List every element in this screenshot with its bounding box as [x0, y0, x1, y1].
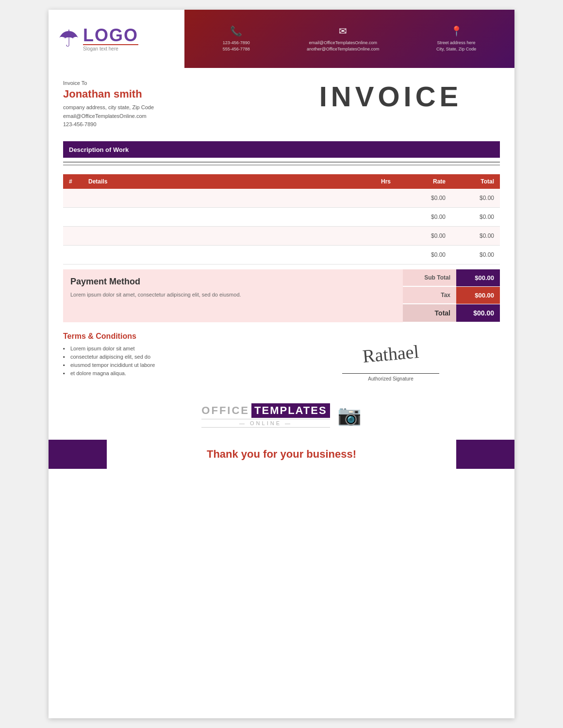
umbrella-icon: ☂	[58, 27, 79, 50]
payment-section: Payment Method Lorem ipsum dolor sit ame…	[63, 269, 403, 322]
phone-text: 123-456-7890 555-456-7788	[223, 40, 250, 53]
signature-section: Rathael Authorized Signature	[282, 332, 500, 381]
cell-total: $0.00	[451, 226, 500, 245]
cell-rate: $0.00	[403, 189, 451, 208]
terms-list: Lorem ipsum dolor sit ametconsectetur ad…	[63, 346, 282, 376]
col-hrs: Hrs	[369, 174, 403, 189]
invoice-to-section: Invoice To Jonathan smith company addres…	[49, 68, 514, 136]
signature-label: Authorized Signature	[368, 376, 413, 381]
brand-office: OFFICE	[201, 404, 249, 417]
terms-list-item: eiusmod tempor incididunt ut labore	[63, 362, 282, 368]
cell-hrs	[369, 245, 403, 264]
cell-total: $0.00	[451, 189, 500, 208]
footer: Thank you for your business!	[49, 440, 514, 469]
description-line1	[63, 162, 500, 163]
logo-text: LOGO Slogan text here	[83, 27, 138, 51]
invoice-to-label: Invoice To	[63, 80, 282, 86]
invoice-table: # Details Hrs Rate Total $0.00 $0.00 $0.…	[63, 174, 500, 265]
address-text: Street address here City, State, Zip Cod…	[436, 40, 476, 53]
address-line2: email@OfficeTemplatesOnline.com	[63, 112, 282, 121]
phone-icon: 📞	[230, 25, 242, 37]
logo-area: ☂ LOGO Slogan text here	[58, 27, 175, 51]
cell-details	[83, 226, 369, 245]
description-header: Description of Work	[63, 141, 500, 158]
cell-rate: $0.00	[403, 226, 451, 245]
cell-num	[63, 245, 83, 264]
footer-left-bar	[49, 440, 107, 469]
logo-slogan: Slogan text here	[83, 46, 138, 51]
logo-title: LOGO	[83, 27, 138, 45]
description-header-text: Description of Work	[69, 146, 129, 153]
table-header-row: # Details Hrs Rate Total	[63, 174, 500, 189]
contact-email: ✉ email@OfficeTemplatesOnline.com anothe…	[307, 25, 380, 53]
invoice-page: ☂ LOGO Slogan text here 📞 123-456-7890 5…	[49, 10, 514, 718]
contact-phone: 📞 123-456-7890 555-456-7788	[223, 25, 250, 53]
table-row: $0.00 $0.00	[63, 189, 500, 208]
tax-row: Tax $00.00	[403, 287, 500, 304]
terms-section: Terms & Conditions Lorem ipsum dolor sit…	[49, 322, 514, 391]
cell-details	[83, 245, 369, 264]
email-text: email@OfficeTemplatesOnline.com another@…	[307, 40, 380, 53]
footer-center: Thank you for your business!	[107, 448, 456, 461]
table-row: $0.00 $0.00	[63, 226, 500, 245]
terms-list-item: Lorem ipsum dolor sit amet	[63, 346, 282, 351]
cell-hrs	[369, 189, 403, 208]
brand-templates: TEMPLATES	[251, 403, 330, 418]
payment-title: Payment Method	[70, 277, 396, 287]
col-details: Details	[83, 174, 369, 189]
col-total: Total	[451, 174, 500, 189]
address-line1: company address, city state, Zip Code	[63, 103, 282, 112]
cell-hrs	[369, 226, 403, 245]
terms-list-item: consectetur adipiscing elit, sed do	[63, 354, 282, 360]
tax-value: $00.00	[456, 287, 500, 304]
tax-label: Tax	[403, 287, 456, 303]
cell-total: $0.00	[451, 207, 500, 226]
total-value: $00.00	[456, 304, 500, 322]
col-num: #	[63, 174, 83, 189]
invoice-title: INVOICE	[319, 80, 463, 113]
cell-details	[83, 189, 369, 208]
brand-text: OFFICE TEMPLATES — ONLINE —	[201, 403, 330, 428]
email-icon: ✉	[339, 25, 347, 37]
invoice-title-area: INVOICE	[282, 80, 500, 113]
bottom-section: Payment Method Lorem ipsum dolor sit ame…	[63, 269, 500, 322]
total-row: Total $00.00	[403, 304, 500, 322]
col-rate: Rate	[403, 174, 451, 189]
description-line2	[63, 165, 500, 165]
totals-section: Sub Total $00.00 Tax $00.00 Total $00.00	[403, 269, 500, 322]
location-icon: 📍	[450, 25, 463, 37]
cell-num	[63, 189, 83, 208]
table-row: $0.00 $0.00	[63, 245, 500, 264]
terms-title: Terms & Conditions	[63, 332, 282, 341]
address-line3: 123-456-7890	[63, 120, 282, 129]
table-row: $0.00 $0.00	[63, 207, 500, 226]
client-name: Jonathan smith	[63, 88, 282, 100]
invoice-to-left: Invoice To Jonathan smith company addres…	[63, 80, 282, 129]
subtotal-row: Sub Total $00.00	[403, 269, 500, 287]
footer-right-bar	[456, 440, 514, 469]
subtotal-value: $00.00	[456, 269, 500, 286]
cell-total: $0.00	[451, 245, 500, 264]
signature-image: Rathael	[346, 333, 435, 374]
cell-rate: $0.00	[403, 245, 451, 264]
branding-section: OFFICE TEMPLATES — ONLINE — 📷	[49, 396, 514, 435]
brand-online: — ONLINE —	[201, 419, 330, 428]
camera-icon: 📷	[337, 404, 362, 427]
total-label: Total	[403, 304, 456, 322]
brand-name-row: OFFICE TEMPLATES	[201, 403, 330, 418]
terms-list-item: et dolore magna aliqua.	[63, 370, 282, 376]
header: ☂ LOGO Slogan text here 📞 123-456-7890 5…	[49, 10, 514, 68]
contact-location: 📍 Street address here City, State, Zip C…	[436, 25, 476, 53]
footer-thank-you: Thank you for your business!	[207, 448, 356, 460]
cell-hrs	[369, 207, 403, 226]
contact-section: 📞 123-456-7890 555-456-7788 ✉ email@Offi…	[184, 10, 514, 68]
payment-text: Lorem ipsum dolor sit amet, consectetur …	[70, 291, 396, 299]
cell-num	[63, 207, 83, 226]
subtotal-label: Sub Total	[403, 269, 456, 286]
cell-rate: $0.00	[403, 207, 451, 226]
logo-section: ☂ LOGO Slogan text here	[49, 10, 184, 68]
cell-num	[63, 226, 83, 245]
cell-details	[83, 207, 369, 226]
terms-left: Terms & Conditions Lorem ipsum dolor sit…	[63, 332, 282, 379]
client-address: company address, city state, Zip Code em…	[63, 103, 282, 129]
